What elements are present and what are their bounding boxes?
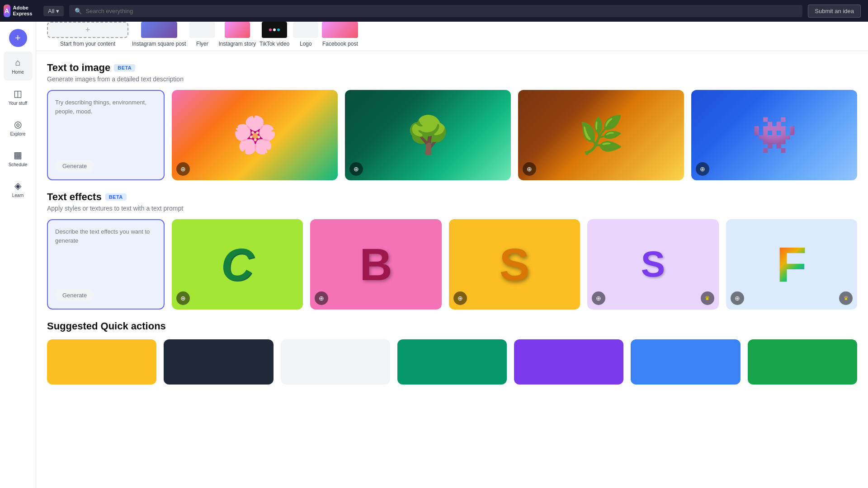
schedule-icon: ▦	[14, 150, 22, 160]
sidebar-item-home[interactable]: ⌂ Home	[4, 52, 33, 80]
quick-action-remove-bg[interactable]	[47, 339, 156, 385]
image-card-monster[interactable]: ⊕	[691, 90, 857, 180]
template-flyer[interactable]: Flyer	[189, 22, 218, 47]
text-to-image-subtitle: Generate images from a detailed text des…	[47, 75, 857, 83]
image-card-s-purple[interactable]: S ⊕ ♛	[587, 219, 718, 310]
text-effects-card-row: Generate C ⊕ B ⊕ S ⊕ S ⊕ ♛	[47, 219, 857, 310]
template-start-label: Start from your content	[60, 41, 115, 47]
quick-actions-row	[47, 339, 857, 385]
template-fb-label: Facebook post	[322, 41, 358, 47]
text-effects-header: Text effects BETA	[47, 191, 857, 203]
dot-cyan	[277, 28, 280, 31]
c-action-button[interactable]: ⊕	[176, 291, 190, 305]
logo-icon: A	[4, 5, 10, 17]
sidebar-your-stuff-label: Your stuff	[9, 101, 28, 106]
fb-thumb	[322, 22, 358, 38]
tiktok-dots	[269, 28, 280, 31]
text-to-image-badge: BETA	[114, 64, 135, 71]
tiktok-thumb	[262, 22, 287, 38]
quick-actions-section: Suggested Quick actions	[47, 320, 857, 385]
search-icon: 🔍	[75, 8, 82, 14]
sidebar-explore-label: Explore	[10, 131, 26, 136]
sidebar-item-learn[interactable]: ◈ Learn	[4, 174, 33, 203]
image-card-f-rainbow[interactable]: F ⊕ ♛	[726, 219, 857, 310]
text-to-image-generate-button[interactable]: Generate	[55, 160, 94, 172]
image-card-c-letter[interactable]: C ⊕	[172, 219, 303, 310]
sidebar-learn-label: Learn	[12, 193, 24, 198]
sidebar-item-schedule[interactable]: ▦ Schedule	[4, 144, 33, 173]
quick-action-trim[interactable]	[631, 339, 740, 385]
quick-action-resize[interactable]	[164, 339, 273, 385]
template-logo[interactable]: Logo	[293, 22, 322, 47]
flower-action-button[interactable]: ⊕	[176, 162, 190, 176]
s-gold-action-button[interactable]: ⊕	[453, 291, 467, 305]
text-to-image-input-card: Generate	[47, 90, 165, 180]
filter-dropdown[interactable]: All ▾	[43, 6, 64, 16]
quick-actions-header: Suggested Quick actions	[47, 320, 857, 332]
insta-story-thumb	[225, 22, 250, 38]
template-instagram-story[interactable]: Instagram story	[218, 22, 259, 47]
f-rainbow-image: F	[726, 219, 857, 310]
text-to-image-textarea[interactable]	[55, 98, 156, 156]
image-card-b-letter[interactable]: B ⊕	[310, 219, 441, 310]
c-letter-image: C	[172, 219, 303, 310]
sidebar-schedule-label: Schedule	[9, 162, 28, 167]
logo-text: Adobe Express	[13, 5, 33, 17]
logo-thumb	[293, 22, 318, 38]
text-effects-badge: BETA	[105, 193, 127, 201]
monster-image	[691, 90, 857, 180]
sidebar: A Adobe Express + ⌂ Home ◫ Your stuff ◎ …	[0, 0, 36, 488]
search-input[interactable]	[85, 8, 797, 14]
text-effects-generate-button[interactable]: Generate	[55, 289, 94, 301]
s-purple-crown-button[interactable]: ♛	[701, 291, 714, 305]
image-card-tree[interactable]: ⊕	[345, 90, 511, 180]
text-effects-input-card: Generate	[47, 219, 165, 310]
flyer-thumb	[189, 22, 215, 38]
f-crown-button[interactable]: ♛	[839, 291, 853, 305]
learn-icon: ◈	[14, 180, 21, 191]
quick-action-nature[interactable]	[748, 339, 857, 385]
quick-action-crop[interactable]	[514, 339, 623, 385]
template-tiktok-label: TikTok video	[259, 41, 289, 47]
search-bar[interactable]: 🔍	[69, 5, 802, 17]
f-rainbow-letter: F	[776, 236, 807, 293]
plants-action-button[interactable]: ⊕	[523, 162, 536, 176]
s-gold-image: S	[449, 219, 580, 310]
start-content-thumb: +	[47, 22, 128, 38]
image-card-plants[interactable]: ⊕	[518, 90, 684, 180]
text-to-image-card-row: Generate ⊕ ⊕ ⊕ ⊕	[47, 90, 857, 180]
image-card-flower[interactable]: ⊕	[172, 90, 338, 180]
text-to-image-title: Text to image	[47, 62, 110, 74]
tree-image	[345, 90, 511, 180]
create-new-button[interactable]: +	[9, 29, 27, 47]
dot-pink	[269, 28, 272, 31]
submit-idea-button[interactable]: Submit an idea	[808, 5, 861, 18]
template-instagram-sq[interactable]: Instagram square post	[132, 22, 189, 47]
template-facebook-post[interactable]: Facebook post	[322, 22, 362, 47]
text-to-image-section: Text to image BETA Generate images from …	[47, 62, 857, 180]
template-start-from-content[interactable]: + Start from your content	[47, 22, 132, 47]
quick-actions-title: Suggested Quick actions	[47, 320, 166, 332]
tree-action-button[interactable]: ⊕	[349, 162, 363, 176]
template-logo-label: Logo	[300, 41, 312, 47]
text-effects-textarea[interactable]	[55, 227, 156, 286]
sidebar-item-your-stuff[interactable]: ◫ Your stuff	[4, 82, 33, 111]
s-purple-image: S	[587, 219, 718, 310]
sidebar-item-explore[interactable]: ◎ Explore	[4, 113, 33, 142]
chevron-down-icon: ▾	[56, 8, 59, 14]
template-bar: + Start from your content Instagram squa…	[36, 22, 868, 51]
image-card-s-gold[interactable]: S ⊕	[449, 219, 580, 310]
quick-action-convert-pdf[interactable]	[281, 339, 390, 385]
instagram-sq-thumb	[141, 22, 177, 38]
template-insta-story-label: Instagram story	[218, 41, 256, 47]
template-instagram-sq-label: Instagram square post	[132, 41, 186, 47]
filter-label: All	[48, 8, 54, 14]
f-action-button[interactable]: ⊕	[731, 291, 744, 305]
quick-action-animate[interactable]	[397, 339, 507, 385]
monster-action-button[interactable]: ⊕	[696, 162, 709, 176]
app-logo: A Adobe Express	[0, 0, 36, 22]
text-effects-title: Text effects	[47, 191, 102, 203]
template-tiktok[interactable]: TikTok video	[259, 22, 293, 47]
main-content: + Start from your content Instagram squa…	[36, 22, 868, 488]
plants-image	[518, 90, 684, 180]
